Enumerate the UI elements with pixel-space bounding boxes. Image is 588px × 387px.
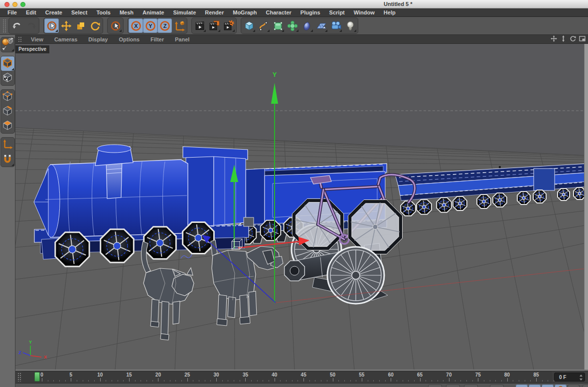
frame-label: 20 (155, 372, 161, 378)
frame-tick (403, 380, 403, 382)
edge-mode-button[interactable] (1, 104, 14, 119)
selection-tool-icon (110, 20, 122, 32)
cannon-near-wheel[interactable] (327, 247, 384, 304)
transport-button[interactable] (583, 385, 588, 387)
transport-button[interactable] (529, 385, 541, 387)
menu-plugins[interactable]: Plugins (296, 9, 325, 15)
frame-stepper[interactable] (579, 375, 583, 381)
transport-button[interactable] (568, 385, 580, 387)
scale-tool-button[interactable] (73, 18, 88, 33)
frame-ruler[interactable]: 051015202530354045505560657075808590 (21, 371, 552, 383)
viewport-menu-view[interactable]: View (25, 36, 49, 42)
render-picture-viewer-button[interactable] (207, 18, 221, 33)
menu-help[interactable]: Help (379, 9, 400, 15)
menu-script[interactable]: Script (325, 9, 349, 15)
viewport-toggle-control[interactable] (579, 35, 586, 43)
svg-text:Y: Y (148, 23, 152, 29)
frame-tick (542, 380, 543, 382)
point-mode-button[interactable] (1, 90, 14, 104)
menu-tools[interactable]: Tools (92, 9, 115, 15)
viewport-menu-filter[interactable]: Filter (145, 36, 169, 42)
transport-button[interactable] (490, 385, 504, 387)
menu-window[interactable]: Window (349, 9, 379, 15)
frame-tick (525, 380, 525, 382)
frame-tick (123, 380, 124, 382)
perspective-viewport[interactable]: Perspective YYXZ (15, 44, 588, 370)
lock-x-axis-button[interactable]: X (129, 18, 143, 33)
frame-tick (338, 380, 339, 382)
frame-tick (88, 380, 89, 382)
make-editable-button[interactable] (1, 37, 14, 52)
add-spline-button[interactable] (256, 18, 271, 33)
menu-file[interactable]: File (3, 9, 21, 15)
viewport-menu-options[interactable]: Options (114, 36, 146, 42)
add-cube-button[interactable] (242, 18, 256, 33)
x-gizmo-label: X (44, 355, 47, 360)
scene-canvas[interactable]: YYXZ (15, 44, 588, 370)
model-mode-icon (1, 57, 13, 71)
menu-mograph[interactable]: MoGraph (228, 9, 261, 15)
live-selection-icon (46, 20, 58, 32)
current-frame-field[interactable]: 0 F (554, 373, 585, 382)
transport-row (15, 383, 588, 387)
frame-tick (245, 378, 246, 382)
frame-tick (356, 380, 356, 382)
menu-edit[interactable]: Edit (21, 9, 41, 15)
frame-tick (286, 380, 287, 382)
menu-animate[interactable]: Animate (138, 9, 168, 15)
playhead[interactable] (34, 372, 40, 382)
snap-button[interactable] (1, 152, 14, 167)
frame-tick (530, 380, 531, 382)
transport-button[interactable] (446, 385, 460, 387)
redo-button[interactable] (24, 18, 38, 33)
transport-button[interactable] (542, 385, 554, 387)
menu-create[interactable]: Create (41, 9, 67, 15)
lock-z-axis-button[interactable]: Z (157, 18, 172, 33)
menu-character[interactable]: Character (262, 9, 296, 15)
close-button[interactable] (4, 2, 9, 7)
viewport-menu-panel[interactable]: Panel (169, 36, 195, 42)
viewport-menu-grip[interactable] (18, 36, 22, 42)
texture-mode-button[interactable] (1, 71, 14, 85)
viewport-menu-cameras[interactable]: Cameras (49, 36, 83, 42)
add-subdivision-surface-button[interactable] (271, 18, 285, 33)
add-camera-button[interactable] (328, 18, 343, 33)
last-used-tool-button[interactable] (108, 18, 123, 33)
polygon-mode-button[interactable] (1, 119, 14, 133)
viewport-menubar: ViewCamerasDisplayOptionsFilterPanel (15, 35, 588, 44)
toolbar-grip[interactable] (2, 19, 7, 33)
axis-mode-button[interactable] (1, 138, 14, 152)
add-floor-button[interactable] (314, 18, 328, 33)
add-light-button[interactable] (343, 18, 357, 33)
minimize-button[interactable] (12, 2, 17, 7)
viewport-scrollbar[interactable] (584, 44, 588, 370)
record-button[interactable] (555, 385, 567, 387)
menu-mesh[interactable]: Mesh (115, 9, 138, 15)
coordinate-system-button[interactable] (172, 18, 186, 33)
add-environment-button[interactable] (299, 18, 314, 33)
render-settings-button[interactable] (221, 18, 236, 33)
rotate-tool-button[interactable] (88, 18, 102, 33)
live-selection-button[interactable] (44, 18, 59, 33)
menu-simulate[interactable]: Simulate (168, 9, 200, 15)
move-tool-button[interactable] (59, 18, 73, 33)
frame-tick (501, 380, 502, 382)
menu-select[interactable]: Select (67, 9, 92, 15)
add-deformer-button[interactable] (285, 18, 299, 33)
transport-button[interactable] (464, 385, 478, 387)
transport-button[interactable] (428, 385, 442, 387)
frame-label: 65 (417, 372, 423, 378)
frame-tick (199, 380, 199, 382)
frame-label: 25 (184, 372, 190, 378)
frame-tick (100, 378, 101, 382)
rotate-icon (89, 20, 101, 32)
zoom-button[interactable] (20, 2, 25, 7)
undo-button[interactable] (9, 18, 24, 33)
menu-render[interactable]: Render (200, 9, 228, 15)
model-mode-button[interactable] (1, 56, 14, 71)
transport-button[interactable] (516, 385, 528, 387)
render-view-button[interactable] (192, 18, 207, 33)
lock-y-axis-button[interactable]: Y (143, 18, 157, 33)
viewport-menu-display[interactable]: Display (83, 36, 113, 42)
frame-label: 85 (533, 372, 539, 378)
